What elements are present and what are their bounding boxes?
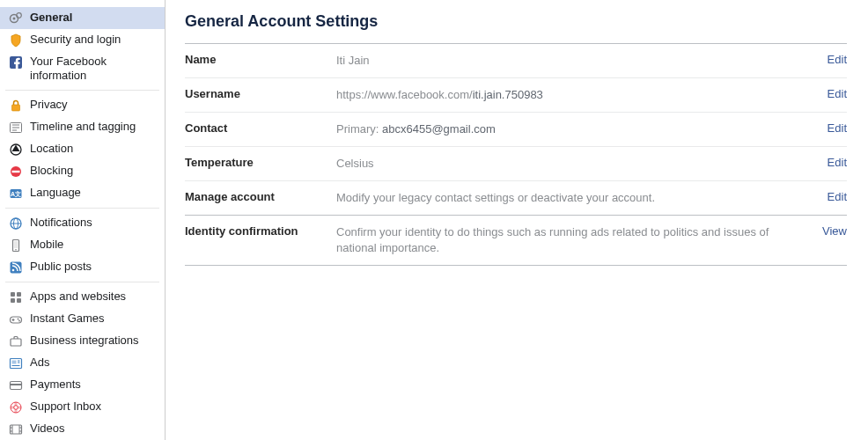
feed-icon <box>9 260 23 275</box>
row-value: Confirm your identity to do things such … <box>336 224 822 256</box>
blocking-icon <box>9 165 23 179</box>
svg-point-30 <box>18 320 20 322</box>
sidebar-item-label: Ads <box>30 356 159 370</box>
gear-icon <box>9 11 23 26</box>
svg-point-1 <box>13 18 16 20</box>
ads-icon <box>9 356 23 370</box>
timeline-icon <box>9 121 23 135</box>
sidebar-item-language[interactable]: A文 Language <box>0 182 165 204</box>
edit-link[interactable]: Edit <box>828 121 847 135</box>
row-label: Contact <box>185 121 336 135</box>
sidebar-item-label: Public posts <box>30 260 159 274</box>
edit-link[interactable]: Edit <box>828 53 847 66</box>
sidebar-group: Notifications Mobile Public posts <box>5 209 159 282</box>
sidebar-item-label: Apps and websites <box>30 290 159 304</box>
settings-table: Name Iti Jain Edit Username https://www.… <box>185 43 847 266</box>
sidebar-item-label: Security and login <box>30 33 159 47</box>
sidebar-item-apps[interactable]: Apps and websites <box>0 286 165 308</box>
content: General Account Settings Name Iti Jain E… <box>166 0 868 440</box>
svg-rect-11 <box>12 171 20 172</box>
sidebar-item-label: General <box>30 11 159 25</box>
svg-rect-31 <box>11 339 21 346</box>
gamepad-icon <box>9 312 23 326</box>
row-value: Celsius <box>336 156 828 172</box>
sidebar-item-location[interactable]: Location <box>0 138 165 160</box>
sidebar-item-games[interactable]: Instant Games <box>0 308 165 330</box>
video-icon <box>9 422 23 436</box>
sidebar-item-mobile[interactable]: Mobile <box>0 234 165 256</box>
page-title: General Account Settings <box>185 7 847 43</box>
row-value: Iti Jain <box>336 53 828 69</box>
sidebar-group: Apps and websites Instant Games Business… <box>5 282 159 440</box>
sidebar-item-general[interactable]: General <box>0 7 165 29</box>
row-label: Temperature <box>185 156 336 169</box>
sidebar-group: General Security and login Your Facebook… <box>5 4 159 91</box>
svg-point-29 <box>18 319 19 320</box>
sidebar-item-label: Blocking <box>30 164 159 178</box>
sidebar-item-videos[interactable]: Videos <box>0 418 165 440</box>
svg-rect-33 <box>12 361 17 364</box>
edit-link[interactable]: Edit <box>828 190 847 203</box>
row-label: Username <box>185 87 336 100</box>
settings-row-identity: Identity confirmation Confirm your ident… <box>185 215 847 266</box>
row-value: Modify your legacy contact settings or d… <box>336 190 828 206</box>
briefcase-icon <box>9 334 23 348</box>
sidebar-item-publicposts[interactable]: Public posts <box>0 256 165 278</box>
sidebar-item-label: Instant Games <box>30 312 159 326</box>
globe-icon <box>9 216 23 231</box>
sidebar-item-privacy[interactable]: Privacy <box>0 94 165 116</box>
sidebar-item-bizint[interactable]: Business integrations <box>0 330 165 352</box>
sidebar-item-label: Business integrations <box>30 334 159 348</box>
sidebar-item-label: Language <box>30 186 159 200</box>
row-value: https://www.facebook.com/iti.jain.750983 <box>336 87 828 103</box>
sidebar-item-label: Mobile <box>30 238 159 252</box>
apps-icon <box>9 290 23 304</box>
svg-rect-25 <box>17 298 21 303</box>
svg-point-40 <box>14 406 18 410</box>
creditcard-icon <box>9 378 23 392</box>
svg-rect-26 <box>11 317 22 323</box>
sidebar-item-label: Videos <box>30 422 159 436</box>
row-label: Name <box>185 53 336 66</box>
edit-link[interactable]: Edit <box>828 156 847 169</box>
sidebar-item-label: Timeline and tagging <box>30 120 159 134</box>
svg-rect-4 <box>12 105 20 111</box>
row-label: Identity confirmation <box>185 224 336 238</box>
location-icon <box>9 143 23 157</box>
settings-row-temperature: Temperature Celsius Edit <box>185 147 847 181</box>
svg-rect-22 <box>11 292 15 297</box>
sidebar-item-payments[interactable]: Payments <box>0 374 165 396</box>
view-link[interactable]: View <box>822 224 847 238</box>
sidebar-item-ads[interactable]: Ads <box>0 352 165 374</box>
svg-rect-18 <box>14 241 18 248</box>
svg-rect-23 <box>17 292 21 297</box>
sidebar-item-label: Location <box>30 142 159 156</box>
sidebar-item-label: Support Inbox <box>30 400 159 414</box>
sidebar-group: Privacy Timeline and tagging Location Bl… <box>5 91 159 209</box>
sidebar-item-timeline[interactable]: Timeline and tagging <box>0 116 165 138</box>
language-icon: A文 <box>9 187 23 201</box>
settings-row-manage: Manage account Modify your legacy contac… <box>185 181 847 216</box>
svg-point-21 <box>12 269 15 272</box>
sidebar-item-notifications[interactable]: Notifications <box>0 212 165 234</box>
sidebar: General Security and login Your Facebook… <box>0 0 166 440</box>
shield-icon <box>9 33 23 48</box>
sidebar-item-label: Notifications <box>30 216 159 230</box>
facebook-icon <box>9 55 23 70</box>
sidebar-item-label: Privacy <box>30 98 159 112</box>
settings-row-name: Name Iti Jain Edit <box>185 44 847 78</box>
svg-rect-41 <box>11 425 22 434</box>
sidebar-item-security[interactable]: Security and login <box>0 29 165 51</box>
lock-icon <box>9 99 23 113</box>
svg-text:A文: A文 <box>11 190 21 198</box>
settings-row-contact: Contact Primary: abcx6455@gmail.com Edit <box>185 113 847 147</box>
sidebar-item-fbinfo[interactable]: Your Facebook information <box>0 51 165 86</box>
lifebuoy-icon <box>9 400 23 414</box>
sidebar-item-support[interactable]: Support Inbox <box>0 396 165 418</box>
sidebar-item-blocking[interactable]: Blocking <box>0 160 165 182</box>
edit-link[interactable]: Edit <box>828 87 847 100</box>
svg-rect-24 <box>11 298 15 303</box>
svg-rect-38 <box>11 384 22 385</box>
mobile-icon <box>9 238 23 253</box>
row-label: Manage account <box>185 190 336 203</box>
